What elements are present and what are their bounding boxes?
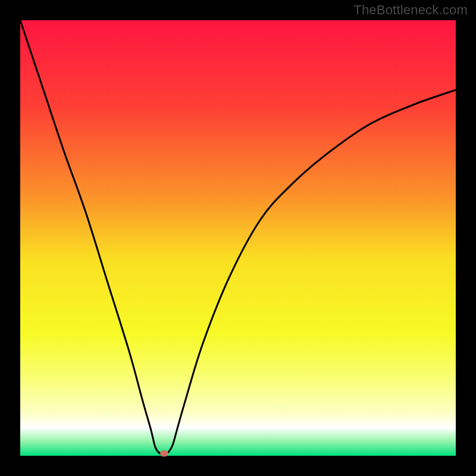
bottleneck-chart-svg <box>20 20 456 456</box>
watermark-text: TheBottleneck.com <box>353 2 468 18</box>
optimal-point-marker <box>160 450 168 457</box>
plot-area <box>20 20 456 456</box>
plot-background <box>20 20 456 456</box>
chart-frame: TheBottleneck.com <box>0 0 476 476</box>
